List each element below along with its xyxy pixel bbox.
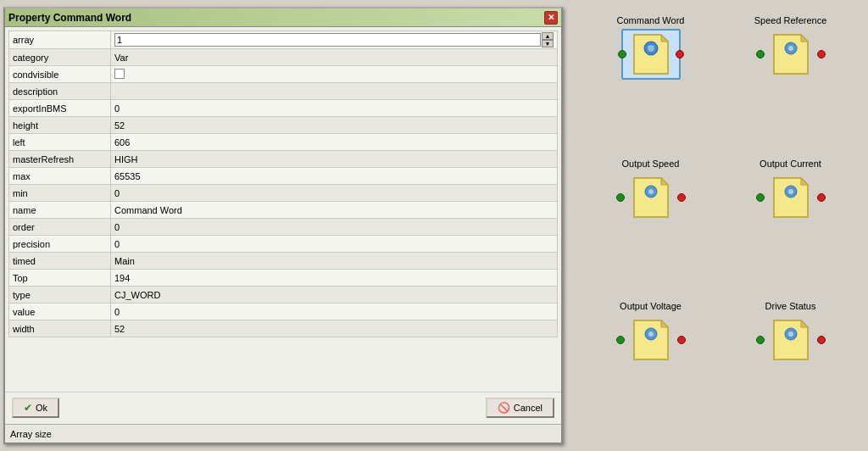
component-block-drive-status[interactable]: Drive Status [725, 301, 856, 436]
dialog-bottom-bar: ✔ Ok 🚫 Cancel [5, 392, 561, 422]
property-value-category: Var [111, 49, 558, 66]
component-icon-5 [761, 315, 821, 365]
status-bar: Array size [5, 424, 561, 443]
property-value-width: 52 [111, 320, 558, 337]
property-key-masterRefresh: masterRefresh [9, 151, 111, 168]
dot-right-1 [817, 50, 826, 58]
dot-right-5 [817, 336, 826, 344]
property-value-masterRefresh: HIGH [111, 151, 558, 168]
dot-right-3 [817, 193, 826, 202]
property-key-name: name [9, 202, 111, 219]
component-label-4: Output Voltage [620, 301, 682, 311]
dot-left-1 [756, 50, 765, 58]
spin-up-array[interactable]: ▲ [542, 32, 554, 40]
property-key-condvisible: condvisible [9, 66, 111, 83]
svg-marker-13 [801, 178, 808, 185]
property-key-max: max [9, 168, 111, 185]
component-label-5: Drive Status [765, 301, 816, 311]
svg-point-11 [648, 189, 654, 194]
svg-point-19 [648, 331, 654, 337]
ok-label: Ok [36, 403, 47, 413]
close-button[interactable]: ✕ [544, 11, 558, 25]
dot-right-4 [677, 336, 686, 344]
svg-marker-21 [801, 320, 808, 327]
property-table: array▲▼categoryVarcondvisibledescription… [8, 31, 558, 337]
property-key-exportInBMS: exportInBMS [9, 100, 111, 117]
status-bar-text: Array size [10, 429, 52, 439]
property-value-condvisible [111, 66, 558, 83]
property-value-max: 65535 [111, 168, 558, 185]
cancel-button[interactable]: 🚫 Cancel [486, 398, 554, 418]
component-icon-3 [761, 172, 821, 223]
property-value-order: 0 [111, 219, 558, 236]
dot-left-3 [756, 193, 765, 202]
property-key-height: height [9, 117, 111, 134]
property-key-description: description [9, 83, 111, 100]
cancel-label: Cancel [514, 403, 542, 413]
property-key-category: category [9, 49, 111, 66]
svg-point-7 [788, 46, 793, 51]
property-key-Top: Top [9, 270, 111, 287]
property-key-value: value [9, 303, 111, 320]
dialog-title: Property Command Word [8, 12, 131, 24]
dialog-window: Property Command Word ✕ array▲▼categoryV… [3, 7, 563, 444]
spin-input-array[interactable] [114, 33, 541, 47]
svg-marker-17 [661, 320, 668, 327]
component-label-2: Output Speed [622, 159, 680, 169]
right-panel: Command WordSpeed ReferenceOutput SpeedO… [576, 7, 865, 444]
component-block-output-current[interactable]: Output Current [725, 159, 856, 293]
checkbox-condvisible[interactable] [114, 69, 125, 79]
property-value-min: 0 [111, 185, 558, 202]
property-key-width: width [9, 320, 111, 337]
property-key-timed: timed [9, 253, 111, 270]
property-key-order: order [9, 219, 111, 236]
property-value-description [111, 83, 558, 100]
svg-marker-9 [661, 178, 668, 185]
property-value-height: 52 [111, 117, 558, 134]
property-value-precision: 0 [111, 236, 558, 253]
dot-left-5 [756, 336, 765, 344]
svg-point-23 [788, 331, 793, 337]
dot-right-2 [677, 193, 686, 202]
dot-left-0 [618, 50, 626, 58]
dot-right-0 [676, 50, 684, 58]
component-icon-1 [761, 29, 821, 80]
dot-left-4 [616, 336, 625, 344]
property-value-timed: Main [111, 253, 558, 270]
component-label-0: Command Word [617, 15, 685, 25]
property-table-container: array▲▼categoryVarcondvisibledescription… [5, 27, 561, 400]
component-icon-4 [621, 315, 681, 365]
property-key-array: array [9, 31, 111, 49]
property-value-value: 0 [111, 303, 558, 320]
component-label-1: Speed Reference [754, 15, 827, 25]
component-icon-0 [621, 29, 681, 80]
component-block-output-voltage[interactable]: Output Voltage [585, 301, 716, 436]
spin-down-array[interactable]: ▼ [542, 40, 554, 47]
property-value-exportInBMS: 0 [111, 100, 558, 117]
component-block-output-speed[interactable]: Output Speed [585, 159, 716, 293]
cancel-icon: 🚫 [498, 402, 510, 414]
property-value-Top: 194 [111, 270, 558, 287]
title-bar: Property Command Word ✕ [5, 8, 561, 27]
component-block-speed-reference[interactable]: Speed Reference [725, 15, 856, 150]
property-key-type: type [9, 287, 111, 303]
component-label-3: Output Current [760, 159, 821, 169]
property-value-type: CJ_WORD [111, 287, 558, 303]
dot-left-2 [616, 193, 625, 202]
property-value-array: ▲▼ [111, 31, 558, 49]
ok-button[interactable]: ✔ Ok [12, 398, 59, 418]
property-key-precision: precision [9, 236, 111, 253]
property-key-min: min [9, 185, 111, 202]
svg-point-3 [648, 45, 654, 52]
component-icon-2 [621, 172, 681, 223]
svg-marker-5 [801, 35, 808, 42]
property-key-left: left [9, 134, 111, 151]
svg-point-15 [788, 189, 793, 194]
component-block-command-word[interactable]: Command Word [585, 15, 716, 150]
property-value-left: 606 [111, 134, 558, 151]
ok-icon: ✔ [24, 402, 32, 414]
svg-marker-1 [661, 35, 668, 42]
property-value-name: Command Word [111, 202, 558, 219]
